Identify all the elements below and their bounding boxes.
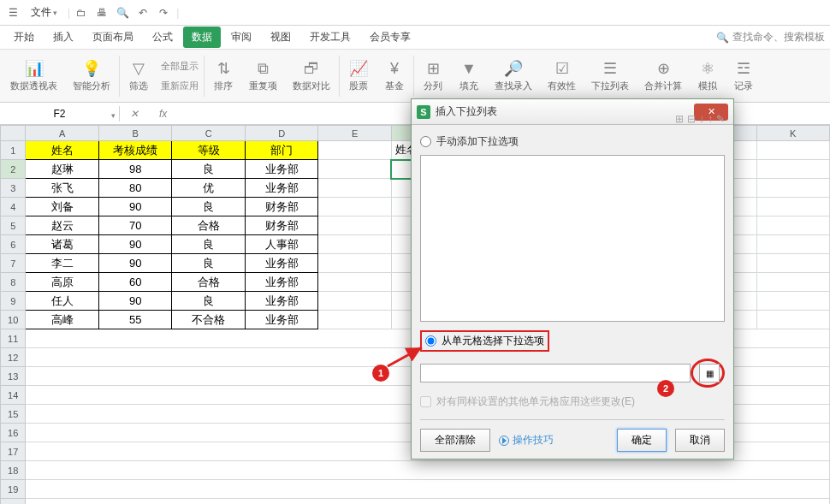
row-header[interactable]: 18 [1,461,26,480]
cell[interactable] [756,141,829,160]
cell[interactable] [318,311,391,329]
col-header[interactable]: C [172,126,246,141]
row-header[interactable]: 10 [1,311,26,329]
ribbon-split[interactable]: ⊞分列 [416,50,450,102]
cell[interactable]: 业务部 [245,160,318,179]
cell-range-input[interactable] [420,364,691,382]
cell[interactable]: 诸葛 [26,235,99,254]
row-header[interactable]: 19 [1,480,26,499]
cell[interactable]: 不合格 [172,311,246,329]
preview-icon[interactable]: 🔍 [115,5,130,21]
cell[interactable]: 姓名 [26,141,99,160]
cell[interactable] [756,273,829,292]
cell[interactable] [756,292,829,311]
cancel-icon[interactable]: ✕ [120,108,149,120]
row-header[interactable]: 9 [1,292,26,311]
ribbon-stock[interactable]: 📈股票 [341,50,376,102]
name-box[interactable]: F2▾ [0,106,120,122]
ribbon-valid[interactable]: ☑有效性 [541,50,583,102]
cell[interactable]: 业务部 [245,254,318,273]
row-header[interactable]: 7 [1,254,26,273]
row-header[interactable]: 14 [1,386,26,405]
row-header[interactable]: 15 [1,405,26,424]
clear-all-button[interactable]: 全部清除 [420,429,490,452]
row-header[interactable]: 16 [1,424,26,442]
cell[interactable]: 98 [98,160,172,179]
move-up-icon[interactable]: ↑ [708,113,713,125]
cell[interactable]: 业务部 [245,292,318,311]
cell[interactable]: 业务部 [245,311,318,329]
tab-member[interactable]: 会员专享 [361,27,419,48]
cell[interactable]: 张飞 [26,179,99,198]
save-icon[interactable]: 🗀 [74,5,89,21]
cell[interactable] [318,254,391,273]
cell[interactable] [756,160,829,179]
cell[interactable]: 60 [98,273,172,292]
cell[interactable] [318,141,391,160]
cell[interactable]: 财务部 [245,198,318,216]
move-down-icon[interactable]: ↓ [699,113,704,125]
print-icon[interactable]: 🖶 [94,5,110,21]
tab-review[interactable]: 审阅 [222,27,260,48]
row-header[interactable]: 12 [1,348,26,367]
cell[interactable]: 高原 [26,273,99,292]
cell[interactable] [318,160,391,179]
row-header[interactable]: 2 [1,160,26,179]
radio-from-cells[interactable] [425,335,436,347]
cell[interactable] [756,198,829,216]
row-header[interactable]: 13 [1,367,26,386]
cell[interactable] [318,273,391,292]
tab-dev[interactable]: 开发工具 [301,27,359,48]
col-header[interactable]: A [26,126,99,141]
cell[interactable]: 李二 [26,254,99,273]
tab-formula[interactable]: 公式 [144,27,181,48]
cell[interactable]: 90 [98,254,172,273]
cell[interactable]: 任人 [26,292,99,311]
ribbon-compare[interactable]: 🗗数据对比 [286,50,337,102]
row-header[interactable]: 17 [1,442,26,461]
ribbon-rec[interactable]: ☲记录 [726,50,761,102]
cell[interactable]: 良 [172,292,246,311]
cell[interactable]: 优 [172,179,246,198]
row-header[interactable]: 3 [1,179,26,198]
hamburger-icon[interactable]: ☰ [5,5,21,21]
col-header[interactable]: K [756,126,829,141]
cell[interactable]: 高峰 [26,311,99,329]
undo-icon[interactable]: ↶ [135,5,151,21]
cell[interactable]: 90 [98,292,172,311]
tab-start[interactable]: 开始 [5,27,43,48]
cell[interactable]: 赵琳 [26,160,99,179]
add-item-icon[interactable]: ⊞ [675,113,684,125]
tips-link[interactable]: 操作技巧 [499,433,554,448]
cell[interactable]: 90 [98,198,172,216]
ribbon-find[interactable]: 🔎查找录入 [488,50,539,102]
ribbon-sort[interactable]: ⇅排序 [206,50,240,102]
edit-icon[interactable]: ✎ [716,113,725,125]
cell[interactable] [318,179,391,198]
cell[interactable] [756,235,829,254]
cell[interactable]: 良 [172,160,246,179]
ribbon-fill[interactable]: ▼填充 [452,50,486,102]
cell[interactable]: 良 [172,235,246,254]
cell[interactable]: 90 [98,235,172,254]
cell[interactable] [26,480,830,499]
select-all-corner[interactable] [1,126,26,141]
tab-data[interactable]: 数据 [183,27,221,48]
cell[interactable]: 刘备 [26,198,99,216]
cell[interactable] [26,461,830,480]
ok-button[interactable]: 确定 [617,429,667,452]
row-header[interactable]: 6 [1,235,26,254]
ribbon-sim[interactable]: ⚛模拟 [691,50,725,102]
cell[interactable]: 良 [172,254,246,273]
cell[interactable]: 80 [98,179,172,198]
manual-options-list[interactable] [420,155,725,322]
cell[interactable] [318,216,391,235]
cell[interactable]: 部门 [245,141,318,160]
ribbon-dup[interactable]: ⧉重复项 [242,50,284,102]
row-header[interactable]: 1 [1,141,26,160]
row-header[interactable]: 11 [1,329,26,348]
cancel-button[interactable]: 取消 [675,429,725,452]
cell[interactable]: 良 [172,198,246,216]
cell[interactable] [318,235,391,254]
select-range-button[interactable]: ▦ [699,364,720,382]
